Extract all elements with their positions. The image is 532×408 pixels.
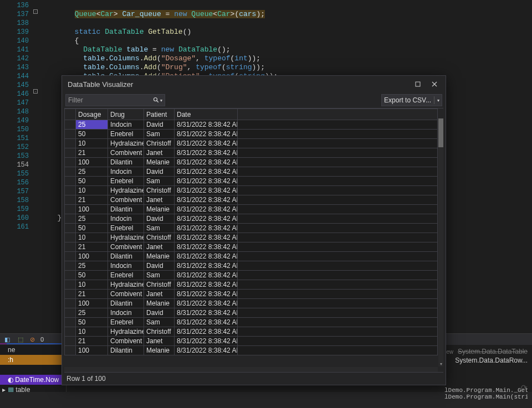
cell-dosage[interactable]: 50 — [76, 318, 108, 327]
table-row[interactable]: 10HydralazineChristoff8/31/2022 8:38:42 … — [65, 233, 438, 242]
row-header[interactable] — [65, 186, 76, 195]
cell-date[interactable]: 8/31/2022 8:38:42 AM — [175, 233, 238, 242]
cell-date[interactable]: 8/31/2022 8:38:42 AM — [175, 214, 238, 224]
cell-date[interactable]: 8/31/2022 8:38:42 AM — [175, 195, 238, 205]
table-row[interactable]: 50EnebrelSam8/31/2022 8:38:42 AM — [65, 271, 438, 280]
dialog-titlebar[interactable]: DataTable Visualizer — [62, 76, 446, 92]
cell-date[interactable]: 8/31/2022 8:38:42 AM — [175, 252, 238, 261]
table-row[interactable]: 10HydralazineChristoff8/31/2022 8:38:42 … — [65, 186, 438, 195]
cell-date[interactable]: 8/31/2022 8:38:42 AM — [175, 261, 238, 271]
cell-date[interactable]: 8/31/2022 8:38:42 AM — [175, 337, 238, 346]
table-row[interactable]: 25IndocinDavid8/31/2022 8:38:42 AM — [65, 120, 438, 130]
cell-patient[interactable]: Melanie — [144, 346, 175, 355]
row-header[interactable] — [65, 290, 76, 299]
row-header[interactable] — [65, 346, 76, 355]
cell-patient[interactable]: David — [144, 167, 175, 177]
table-row[interactable]: 10HydralazineChristoff8/31/2022 8:38:42 … — [65, 139, 438, 148]
cell-dosage[interactable]: 25 — [76, 308, 108, 318]
row-header[interactable] — [65, 195, 76, 205]
watch-item[interactable]: ne — [0, 345, 66, 355]
cell-date[interactable]: 8/31/2022 8:38:42 AM — [175, 130, 238, 139]
row-header[interactable] — [65, 233, 76, 242]
cell-patient[interactable]: Janet — [144, 242, 175, 252]
row-header[interactable] — [65, 158, 76, 167]
row-header[interactable] — [65, 214, 76, 224]
cell-date[interactable]: 8/31/2022 8:38:42 AM — [175, 167, 238, 177]
cell-patient[interactable]: Sam — [144, 130, 175, 139]
row-header[interactable] — [65, 242, 76, 252]
cell-drug[interactable]: Dilantin — [108, 158, 144, 167]
row-header[interactable] — [65, 167, 76, 177]
table-row[interactable]: 21CombiventJanet8/31/2022 8:38:42 AM — [65, 242, 438, 252]
cell-dosage[interactable]: 10 — [76, 327, 108, 337]
row-header[interactable] — [65, 299, 76, 308]
row-header[interactable] — [65, 308, 76, 318]
filter-box[interactable]: ▾ — [65, 94, 165, 106]
table-row[interactable]: 21CombiventJanet8/31/2022 8:38:42 AM — [65, 337, 438, 346]
table-row[interactable]: 25IndocinDavid8/31/2022 8:38:42 AM — [65, 261, 438, 271]
cell-date[interactable]: 8/31/2022 8:38:42 AM — [175, 308, 238, 318]
table-row[interactable]: 50EnebrelSam8/31/2022 8:38:42 AM — [65, 177, 438, 186]
cell-drug[interactable]: Indocin — [108, 120, 144, 130]
cell-drug[interactable]: Combivent — [108, 337, 144, 346]
cell-drug[interactable]: Hydralazine — [108, 280, 144, 290]
cell-drug[interactable]: Combivent — [108, 290, 144, 299]
cell-dosage[interactable]: 100 — [76, 252, 108, 261]
cell-drug[interactable]: Dilantin — [108, 252, 144, 261]
cell-date[interactable]: 8/31/2022 8:38:42 AM — [175, 290, 238, 299]
cell-dosage[interactable]: 21 — [76, 290, 108, 299]
cell-date[interactable]: 8/31/2022 8:38:42 AM — [175, 280, 238, 290]
cell-dosage[interactable]: 10 — [76, 233, 108, 242]
table-row[interactable]: 100DilantinMelanie8/31/2022 8:38:42 AM — [65, 205, 438, 214]
chevron-down-icon[interactable]: ▾ — [437, 98, 439, 103]
watch-item[interactable] — [0, 365, 66, 375]
row-header[interactable] — [65, 327, 76, 337]
cell-dosage[interactable]: 100 — [76, 205, 108, 214]
data-grid[interactable]: Dosage Drug Patient Date 25IndocinDavid8… — [64, 109, 438, 355]
table-row[interactable]: 21CombiventJanet8/31/2022 8:38:42 AM — [65, 195, 438, 205]
table-row[interactable]: 21CombiventJanet8/31/2022 8:38:42 AM — [65, 148, 438, 158]
row-header-corner[interactable] — [65, 109, 76, 120]
maximize-button[interactable] — [410, 78, 426, 90]
table-row[interactable]: 100DilantinMelanie8/31/2022 8:38:42 AM — [65, 299, 438, 308]
table-row[interactable]: 10HydralazineChristoff8/31/2022 8:38:42 … — [65, 327, 438, 337]
cell-patient[interactable]: Janet — [144, 290, 175, 299]
cell-dosage[interactable]: 100 — [76, 299, 108, 308]
cell-drug[interactable]: Dilantin — [108, 299, 144, 308]
cell-date[interactable]: 8/31/2022 8:38:42 AM — [175, 177, 238, 186]
table-row[interactable]: 50EnebrelSam8/31/2022 8:38:42 AM — [65, 130, 438, 139]
cell-drug[interactable]: Indocin — [108, 261, 144, 271]
export-button[interactable]: Export to CSV... ▾ — [381, 94, 442, 106]
search-icon[interactable]: ▾ — [153, 97, 162, 104]
cell-drug[interactable]: Combivent — [108, 242, 144, 252]
cell-patient[interactable]: Melanie — [144, 205, 175, 214]
fold-box-icon[interactable]: - — [33, 9, 38, 14]
cell-date[interactable]: 8/31/2022 8:38:42 AM — [175, 148, 238, 158]
cell-date[interactable]: 8/31/2022 8:38:42 AM — [175, 205, 238, 214]
column-header-patient[interactable]: Patient — [144, 109, 175, 120]
cell-patient[interactable]: Janet — [144, 337, 175, 346]
cell-drug[interactable]: Combivent — [108, 195, 144, 205]
cell-date[interactable]: 8/31/2022 8:38:42 AM — [175, 186, 238, 195]
row-header[interactable] — [65, 148, 76, 158]
column-header-dosage[interactable]: Dosage — [76, 109, 108, 120]
filter-input[interactable] — [68, 96, 153, 104]
cell-patient[interactable]: Janet — [144, 195, 175, 205]
cell-dosage[interactable]: 21 — [76, 148, 108, 158]
cell-date[interactable]: 8/31/2022 8:38:42 AM — [175, 346, 238, 355]
cell-patient[interactable]: Melanie — [144, 252, 175, 261]
table-row[interactable]: 100DilantinMelanie8/31/2022 8:38:42 AM — [65, 346, 438, 355]
cell-dosage[interactable]: 10 — [76, 280, 108, 290]
row-header[interactable] — [65, 337, 76, 346]
row-header[interactable] — [65, 139, 76, 148]
cell-patient[interactable]: David — [144, 261, 175, 271]
row-header[interactable] — [65, 271, 76, 280]
cell-dosage[interactable]: 100 — [76, 346, 108, 355]
row-header[interactable] — [65, 224, 76, 233]
cell-drug[interactable]: Hydralazine — [108, 327, 144, 337]
column-header-date[interactable]: Date — [175, 109, 238, 120]
cell-date[interactable]: 8/31/2022 8:38:42 AM — [175, 327, 238, 337]
cell-dosage[interactable]: 21 — [76, 195, 108, 205]
chevron-down-icon[interactable]: ▾ — [160, 98, 162, 103]
cell-drug[interactable]: Hydralazine — [108, 139, 144, 148]
